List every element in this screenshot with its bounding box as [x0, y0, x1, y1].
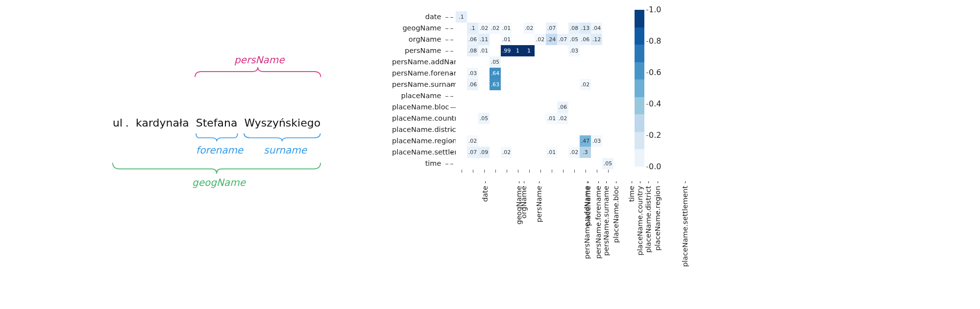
heatmap-cell — [546, 11, 557, 23]
heatmap-x-label: placeName.region - — [654, 181, 662, 251]
heatmap-cell: .08 — [568, 23, 580, 34]
heatmap-cell — [546, 90, 557, 102]
heatmap-cell — [501, 56, 512, 68]
heatmap-cell — [535, 147, 546, 158]
heatmap-cell — [478, 102, 490, 113]
heatmap-cell: .06 — [557, 102, 568, 113]
token-wyszynskiego: Wyszyńskiego — [244, 117, 320, 129]
figure-root: persName ul . kardynała Stefana Wyszyńsk… — [0, 0, 980, 309]
heatmap-cell — [456, 56, 467, 68]
heatmap-cell: .06 — [580, 34, 591, 45]
heatmap-cell — [490, 158, 501, 169]
heatmap-cell — [535, 23, 546, 34]
heatmap-cell: 1 — [523, 45, 535, 56]
heatmap-cell — [557, 79, 568, 90]
heatmap-cell — [456, 135, 467, 147]
heatmap-x-label: persName.surname - — [602, 181, 610, 256]
token-row: ul . kardynała Stefana Wyszyńskiego — [113, 117, 348, 129]
heatmap-cell — [478, 11, 490, 23]
heatmap-cell: .3 — [580, 147, 591, 158]
heatmap-cell — [568, 56, 580, 68]
heatmap-cell — [478, 79, 490, 90]
heatmap-cell — [512, 102, 523, 113]
heatmap-cell — [580, 124, 591, 135]
heatmap-cell — [456, 147, 467, 158]
heatmap-y-label: persName.surname — [392, 79, 448, 90]
heatmap-cell — [568, 158, 580, 169]
heatmap-cell — [591, 90, 602, 102]
heatmap-cell — [478, 135, 490, 147]
heatmap-cell — [557, 124, 568, 135]
heatmap-cell — [467, 56, 478, 68]
label-geogname: geogName — [192, 177, 245, 188]
heatmap-cell — [456, 158, 467, 169]
label-forename: forename — [196, 144, 243, 156]
heatmap-x-label: persName - — [535, 181, 543, 222]
heatmap-cell — [591, 158, 602, 169]
heatmap-cell — [478, 90, 490, 102]
colorbar — [635, 10, 644, 167]
heatmap-x-label: placeName - — [584, 181, 591, 226]
heatmap-cell — [512, 56, 523, 68]
heatmap-x-label: date - — [481, 181, 489, 202]
heatmap-cell — [523, 56, 535, 68]
heatmap-cell — [501, 158, 512, 169]
label-persname: persName — [234, 54, 285, 66]
label-surname: surname — [264, 144, 307, 156]
heatmap-cell — [512, 147, 523, 158]
heatmap-cell: .01 — [546, 113, 557, 124]
heatmap-cell — [467, 113, 478, 124]
heatmap-cell — [602, 34, 613, 45]
heatmap-cell — [501, 90, 512, 102]
heatmap-cell: .63 — [490, 79, 501, 90]
heatmap-cell — [512, 79, 523, 90]
heatmap-cell — [512, 124, 523, 135]
brace-persname — [194, 66, 321, 81]
heatmap-cell: .05 — [478, 113, 490, 124]
heatmap-cell — [523, 68, 535, 79]
heatmap-y-label: geogName — [392, 23, 448, 34]
heatmap-y-label: placeName.country — [392, 113, 448, 124]
heatmap-cell — [591, 102, 602, 113]
heatmap-cell — [602, 11, 613, 23]
heatmap-cell — [467, 11, 478, 23]
heatmap-cell — [602, 45, 613, 56]
heatmap-cell — [490, 45, 501, 56]
heatmap-cell — [501, 124, 512, 135]
heatmap-cell: .02 — [580, 79, 591, 90]
brace-forename — [195, 132, 239, 146]
heatmap-cell — [535, 79, 546, 90]
colorbar-tick-label: 0.4 — [649, 99, 661, 108]
heatmap-cell: .99 — [501, 45, 512, 56]
heatmap-y-label: placeName.district — [392, 124, 448, 135]
heatmap-cell — [490, 90, 501, 102]
heatmap-cell — [546, 56, 557, 68]
heatmap-cell — [568, 79, 580, 90]
heatmap-cell — [490, 135, 501, 147]
heatmap-cell: .01 — [478, 45, 490, 56]
heatmap-cell — [490, 124, 501, 135]
heatmap-cell — [580, 45, 591, 56]
heatmap-cell: .12 — [591, 34, 602, 45]
heatmap-cell — [512, 90, 523, 102]
heatmap-y-label: date — [392, 11, 448, 23]
heatmap-cell — [456, 124, 467, 135]
heatmap-cell — [490, 34, 501, 45]
colorbar-tick-label: 0.0 — [649, 162, 661, 171]
heatmap-cell — [591, 68, 602, 79]
heatmap-cell — [591, 79, 602, 90]
heatmap-cell — [501, 68, 512, 79]
heatmap-cell: .02 — [490, 23, 501, 34]
heatmap-cell — [602, 90, 613, 102]
heatmap-cell — [546, 79, 557, 90]
heatmap-cell — [467, 158, 478, 169]
heatmap-cell — [602, 23, 613, 34]
heatmap-cell — [602, 135, 613, 147]
heatmap-x-label: placeName.country - — [636, 181, 643, 256]
heatmap-x-label: placeName.bloc - — [612, 181, 620, 243]
heatmap-cell — [557, 158, 568, 169]
heatmap-cell — [557, 45, 568, 56]
heatmap-grid: .1.1.02.02.01.02.07.08.13.04.06.11.01.02… — [456, 11, 613, 169]
heatmap-cell — [523, 135, 535, 147]
brace-geogname — [112, 162, 321, 178]
